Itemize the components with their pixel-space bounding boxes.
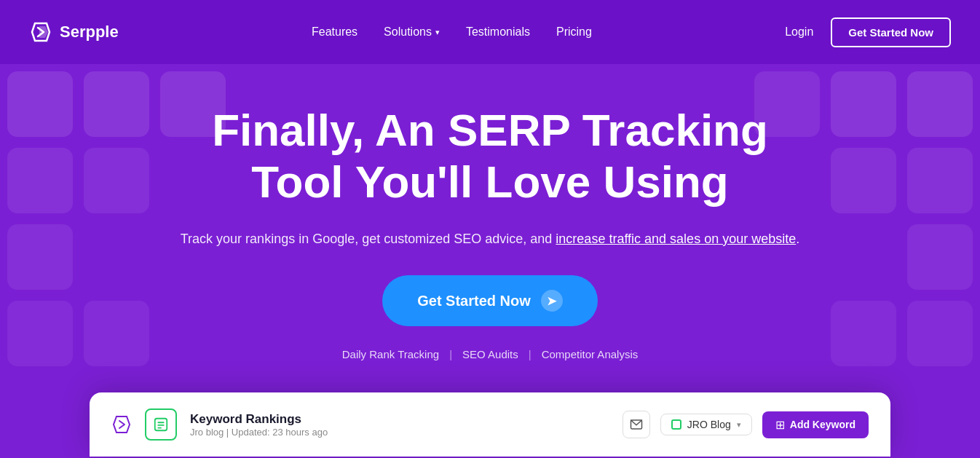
dashboard-left: Keyword Rankings Jro blog | Updated: 23 … (111, 408, 328, 441)
nav-features[interactable]: Features (312, 25, 357, 38)
blog-dot (671, 419, 681, 430)
hero-content: Finally, An SERP Tracking Tool You'll Lo… (162, 104, 818, 392)
hero-subtitle-link[interactable]: increase traffic and sales on your websi… (556, 232, 796, 246)
serpple-small-logo (111, 414, 132, 435)
hero-features: Daily Rank Tracking | SEO Audits | Compe… (177, 348, 803, 360)
hero-subtitle: Track your rankings in Google, get custo… (177, 229, 803, 250)
chevron-down-icon: ▾ (435, 28, 440, 37)
notification-icon-button[interactable] (623, 411, 650, 438)
dashboard-preview-card: Keyword Rankings Jro blog | Updated: 23 … (90, 392, 890, 457)
separator-1: | (439, 348, 462, 360)
chevron-down-icon: ▾ (737, 420, 741, 430)
separator-2: | (518, 348, 542, 360)
hero-cta-button[interactable]: Get Started Now ➤ (382, 275, 598, 326)
blog-name: JRO Blog (687, 419, 731, 430)
hero-section: Finally, An SERP Tracking Tool You'll Lo… (0, 64, 980, 458)
keyword-icon (145, 408, 177, 441)
navbar: Serpple Features Solutions ▾ Testimonial… (0, 0, 980, 64)
nav-testimonials[interactable]: Testimonials (466, 25, 530, 38)
dashboard-right: JRO Blog ▾ ⊞ Add Keyword (623, 411, 869, 438)
nav-links: Features Solutions ▾ Testimonials Pricin… (312, 25, 592, 39)
nav-login[interactable]: Login (785, 25, 813, 39)
serpple-logo-icon (29, 20, 52, 44)
nav-solutions[interactable]: Solutions ▾ (384, 25, 440, 39)
section-subtitle: Jro blog | Updated: 23 hours ago (190, 427, 328, 438)
nav-cta-group: Login Get Started Now (785, 17, 951, 47)
svg-marker-2 (114, 416, 130, 433)
blog-selector[interactable]: JRO Blog ▾ (660, 414, 752, 435)
hero-title: Finally, An SERP Tracking Tool You'll Lo… (177, 104, 803, 208)
plus-icon: ⊞ (775, 418, 785, 432)
add-keyword-button[interactable]: ⊞ Add Keyword (762, 411, 869, 438)
section-title: Keyword Rankings (190, 412, 328, 427)
cta-arrow-icon: ➤ (541, 290, 563, 312)
brand-name: Serpple (60, 23, 119, 42)
mail-icon (630, 418, 643, 431)
logo[interactable]: Serpple (29, 20, 119, 44)
nav-pricing[interactable]: Pricing (556, 25, 592, 38)
keyword-svg-icon (153, 416, 169, 433)
nav-get-started-button[interactable]: Get Started Now (831, 17, 951, 47)
keyword-info: Keyword Rankings Jro blog | Updated: 23 … (190, 412, 328, 438)
